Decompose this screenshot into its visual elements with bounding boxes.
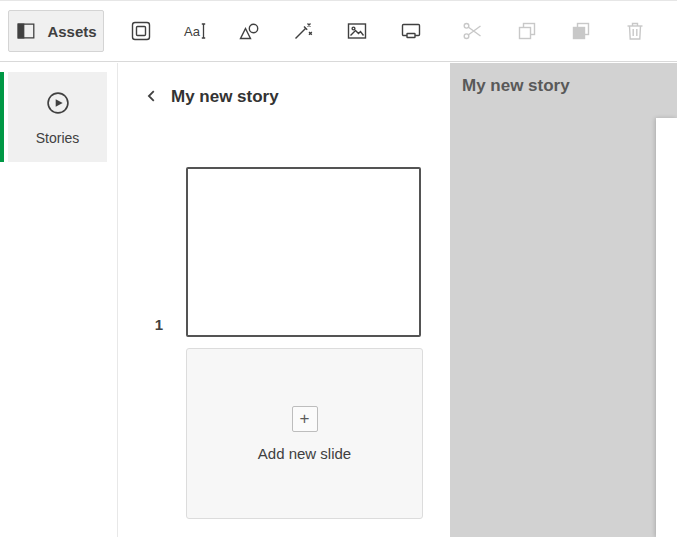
effects-button[interactable]: [291, 19, 315, 43]
paste-button[interactable]: [569, 19, 593, 43]
image-icon: [345, 19, 369, 43]
sidebar-item-label: Stories: [36, 130, 80, 146]
effects-icon: [291, 19, 315, 43]
app-window: Assets Aa: [0, 0, 677, 537]
slide-surface[interactable]: [656, 118, 677, 537]
assets-sidebar: Stories: [0, 63, 118, 537]
story-canvas-area: My new story: [450, 63, 677, 537]
snapshot-library-button[interactable]: [129, 19, 153, 43]
assets-toggle-button[interactable]: Assets: [8, 10, 104, 52]
svg-text:Aa: Aa: [184, 24, 201, 39]
top-toolbar: Assets Aa: [0, 0, 677, 62]
story-title: My new story: [171, 87, 279, 107]
panel-toggle-icon: [15, 20, 37, 42]
assets-label: Assets: [47, 23, 96, 40]
snapshot-library-icon: [129, 19, 153, 43]
embed-sheet-button[interactable]: [399, 19, 423, 43]
embed-sheet-icon: [399, 19, 423, 43]
navigator-header: My new story: [143, 85, 440, 109]
add-slide-label: Add new slide: [258, 445, 351, 462]
delete-button[interactable]: [623, 19, 647, 43]
canvas-story-title: My new story: [462, 76, 570, 96]
slide-navigator-panel: My new story 1 + Add new slide: [119, 63, 450, 537]
copy-icon: [515, 19, 539, 43]
slide-number: 1: [139, 316, 163, 333]
back-button[interactable]: [143, 88, 161, 106]
add-new-slide-button[interactable]: + Add new slide: [186, 348, 423, 519]
text-object-button[interactable]: Aa: [183, 19, 207, 43]
shapes-icon: [237, 19, 261, 43]
cut-icon: [461, 19, 485, 43]
shapes-button[interactable]: [237, 19, 261, 43]
image-button[interactable]: [345, 19, 369, 43]
copy-button[interactable]: [515, 19, 539, 43]
slide-thumbnail[interactable]: [186, 167, 421, 337]
stories-play-icon: [44, 89, 72, 121]
text-object-icon: Aa: [183, 19, 207, 43]
sidebar-item-stories[interactable]: Stories: [8, 72, 107, 162]
chevron-left-icon: [144, 88, 160, 107]
paste-icon: [569, 19, 593, 43]
delete-icon: [623, 19, 647, 43]
selected-indicator: [0, 72, 4, 162]
plus-icon: +: [292, 406, 318, 432]
cut-button[interactable]: [461, 19, 485, 43]
